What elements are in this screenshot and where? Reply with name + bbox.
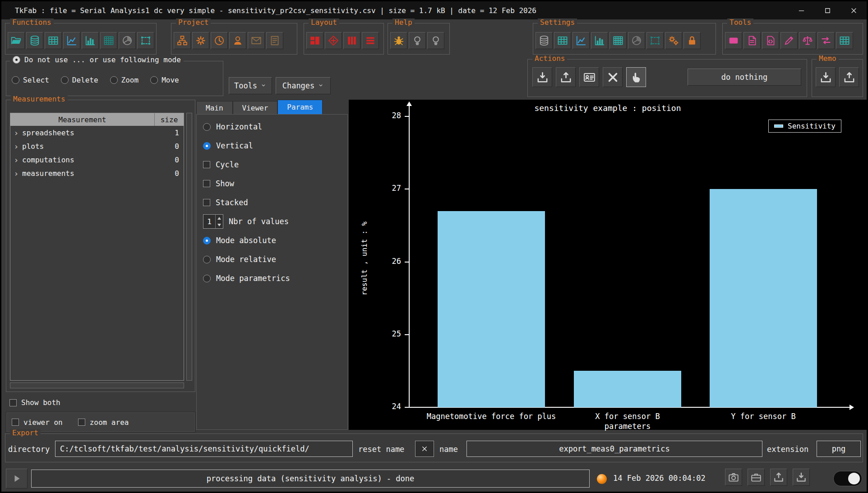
swap-arrows-icon[interactable] (817, 32, 835, 49)
tree-row-spreadsheets[interactable]: spreadsheets 1 (10, 126, 184, 139)
grid-icon[interactable] (609, 32, 627, 49)
show-both-checkbox[interactable]: Show both (9, 398, 60, 407)
cross-arrows-icon[interactable] (603, 67, 623, 87)
directory-input[interactable] (55, 441, 353, 457)
selection-icon[interactable] (137, 32, 154, 49)
name-label: name (439, 445, 458, 454)
mode-radio-zoom[interactable]: Zoom (110, 76, 139, 84)
measurements-hscrollbar[interactable] (10, 382, 184, 388)
bug-icon[interactable] (390, 32, 407, 49)
expand-chevron-icon[interactable] (10, 169, 22, 178)
tree-icon[interactable] (174, 32, 191, 49)
mode-primary-radio[interactable]: Do not use ... or use following mode (10, 55, 184, 64)
option-cycle[interactable]: Cycle (203, 155, 347, 174)
gear-icon[interactable] (192, 32, 209, 49)
code-document-icon[interactable] (762, 32, 779, 49)
lock-icon[interactable] (683, 32, 701, 49)
extension-input[interactable] (817, 441, 861, 457)
grid-icon[interactable] (100, 32, 117, 49)
briefcase-icon[interactable] (748, 469, 765, 486)
import-tray-icon[interactable] (532, 67, 552, 87)
option-mode-relative[interactable]: Mode relative (203, 250, 347, 269)
tools-dropdown-button[interactable]: Tools (229, 77, 272, 94)
zoom-area-checkbox[interactable]: zoom area (78, 418, 129, 427)
export-tray-icon[interactable] (770, 469, 787, 486)
scales-icon[interactable] (799, 32, 816, 49)
do-nothing-button[interactable]: do nothing (688, 69, 801, 86)
pie-chart-icon[interactable] (628, 32, 645, 49)
clock-icon[interactable] (211, 32, 228, 49)
layout-icon[interactable] (306, 32, 323, 49)
run-button[interactable] (6, 469, 28, 488)
option-mode-absolute[interactable]: Mode absolute (203, 231, 347, 250)
minimize-button[interactable] (788, 1, 814, 19)
option-vertical[interactable]: Vertical (203, 136, 347, 155)
document-icon[interactable] (743, 32, 761, 49)
open-folder-icon[interactable] (8, 32, 25, 49)
bar-chart-icon[interactable] (82, 32, 99, 49)
spin-up-icon[interactable] (217, 217, 221, 220)
expand-chevron-icon[interactable] (10, 142, 22, 151)
import-tray-icon[interactable] (793, 469, 810, 486)
gears-icon[interactable] (665, 32, 682, 49)
import-tray-icon[interactable] (816, 67, 836, 87)
close-button[interactable] (840, 1, 867, 19)
line-chart-icon[interactable] (63, 32, 80, 49)
selection-icon[interactable] (646, 32, 664, 49)
tree-row-computations[interactable]: computations 0 (10, 153, 184, 166)
mode-radio-select[interactable]: Select (12, 76, 49, 84)
option-mode-parametrics[interactable]: Mode parametrics (203, 269, 347, 288)
edit-icon[interactable] (780, 32, 798, 49)
table-icon[interactable] (836, 32, 853, 49)
nbr-of-values-spinbox[interactable]: 1 (203, 214, 223, 229)
hand-pointer-icon[interactable] (626, 67, 646, 87)
viewer-on-checkbox[interactable]: viewer on (12, 418, 63, 427)
menu-icon[interactable] (362, 32, 379, 49)
changes-dropdown-button[interactable]: Changes (276, 77, 331, 94)
columns-icon[interactable] (343, 32, 360, 49)
mode-radio-delete[interactable]: Delete (61, 76, 98, 84)
database-icon[interactable] (536, 32, 553, 49)
option-show[interactable]: Show (203, 174, 347, 193)
maximize-button[interactable] (814, 1, 840, 19)
column-header-size[interactable]: size (155, 113, 184, 126)
export-tray-icon[interactable] (556, 67, 576, 87)
y-tick-mark (405, 407, 409, 408)
expand-chevron-icon[interactable] (10, 128, 22, 138)
option-horizontal[interactable]: Horizontal (203, 117, 347, 136)
mode-radio-move[interactable]: Move (150, 76, 179, 84)
envelope-icon[interactable] (248, 32, 265, 49)
export-tray-icon[interactable] (839, 67, 859, 87)
status-toggle[interactable] (833, 471, 862, 486)
target-icon[interactable] (325, 32, 342, 49)
measurements-vscrollbar[interactable] (186, 113, 192, 381)
spin-down-icon[interactable] (217, 224, 221, 226)
reset-name-button[interactable] (415, 441, 434, 457)
export-name-input[interactable] (466, 441, 762, 457)
column-header-measurement[interactable]: Measurement (10, 113, 155, 126)
tab-params[interactable]: Params (277, 100, 323, 114)
tree-row-plots[interactable]: plots 0 (10, 139, 184, 153)
group-label-layout: Layout (309, 18, 339, 27)
tab-viewer[interactable]: Viewer (233, 101, 278, 114)
database-icon[interactable] (26, 32, 43, 49)
option-stacked[interactable]: Stacked (203, 193, 347, 212)
id-card-icon[interactable] (579, 67, 599, 87)
camera-icon[interactable] (725, 469, 742, 486)
table-icon[interactable] (554, 32, 571, 49)
bulb-icon[interactable] (409, 32, 426, 49)
tree-row-measurements[interactable]: measurements 0 (10, 166, 184, 180)
rounded-rect-icon[interactable] (725, 32, 742, 49)
user-icon[interactable] (229, 32, 246, 49)
mode-primary-label: Do not use ... or use following mode (24, 55, 181, 64)
bulb-icon[interactable] (427, 32, 444, 49)
expand-chevron-icon[interactable] (10, 155, 22, 165)
tab-main[interactable]: Main (196, 101, 233, 114)
tree-header: Measurement size (10, 113, 184, 126)
title-bar: TkFab : file = Serial Analysis1 dc very … (1, 1, 867, 19)
note-icon[interactable] (266, 32, 283, 49)
line-chart-icon[interactable] (573, 32, 590, 49)
bar-chart-icon[interactable] (591, 32, 608, 49)
pie-chart-icon[interactable] (119, 32, 136, 49)
table-icon[interactable] (45, 32, 62, 49)
